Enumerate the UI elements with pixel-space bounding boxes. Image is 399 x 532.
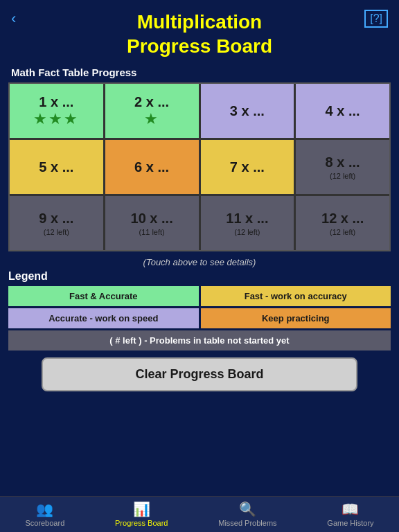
nav-label-progress-board: Progress Board	[115, 519, 168, 527]
legend-item-2: Accurate - work on speed	[8, 308, 199, 328]
nav-label-game-history: Game History	[327, 519, 373, 527]
legend-item-3: Keep practicing	[201, 308, 391, 328]
help-button[interactable]: [?]	[364, 10, 388, 28]
missed-problems-icon: 🔍	[239, 501, 256, 517]
grid-cell-2x...[interactable]: 2 x ...★	[105, 84, 199, 138]
grid-cell-8x...[interactable]: 8 x ...(12 left)	[296, 140, 389, 194]
clear-button-container: Clear Progress Board	[42, 357, 357, 391]
grid-cell-3x...[interactable]: 3 x ...	[201, 84, 294, 138]
back-button[interactable]: ‹	[11, 10, 16, 28]
grid-cell-6x...[interactable]: 6 x ...	[105, 140, 199, 194]
legend-grid: Fast & AccurateFast - work on accuracyAc…	[8, 286, 391, 328]
nav-item-missed-problems[interactable]: 🔍Missed Problems	[218, 501, 276, 527]
grid-cell-7x...[interactable]: 7 x ...	[201, 140, 294, 194]
fact-table-grid: 1 x ...★★★2 x ...★3 x ...4 x ...5 x ...6…	[8, 82, 391, 251]
nav-item-progress-board[interactable]: 📊Progress Board	[115, 501, 168, 527]
grid-cell-10x...[interactable]: 10 x ...(11 left)	[105, 196, 199, 250]
grid-cell-5x...[interactable]: 5 x ...	[10, 140, 103, 194]
grid-cell-4x...[interactable]: 4 x ...	[296, 84, 389, 138]
legend-item-1: Fast - work on accuracy	[201, 286, 391, 306]
game-history-icon: 📖	[342, 501, 359, 517]
clear-progress-button[interactable]: Clear Progress Board	[42, 357, 357, 391]
touch-hint: (Touch above to see details)	[0, 257, 399, 267]
section-label: Math Fact Table Progress	[11, 66, 388, 78]
nav-item-scoreboard[interactable]: 👥Scoreboard	[25, 501, 64, 527]
legend-title: Legend	[8, 270, 391, 283]
header: ‹ [?] Multiplication Progress Board	[0, 0, 399, 64]
grid-cell-12x...[interactable]: 12 x ...(12 left)	[296, 196, 389, 250]
scoreboard-icon: 👥	[36, 501, 53, 517]
legend-section: Legend Fast & AccurateFast - work on acc…	[8, 270, 391, 351]
legend-item-0: Fast & Accurate	[8, 286, 199, 306]
nav-label-scoreboard: Scoreboard	[25, 519, 64, 527]
page-title: Multiplication Progress Board	[7, 10, 392, 58]
bottom-nav: 👥Scoreboard📊Progress Board🔍Missed Proble…	[0, 496, 399, 532]
nav-item-game-history[interactable]: 📖Game History	[327, 501, 373, 527]
grid: 1 x ...★★★2 x ...★3 x ...4 x ...5 x ...6…	[10, 84, 389, 250]
grid-cell-9x...[interactable]: 9 x ...(12 left)	[10, 196, 103, 250]
progress-board-icon: 📊	[133, 501, 150, 517]
grid-cell-1x...[interactable]: 1 x ...★★★	[10, 84, 103, 138]
nav-label-missed-problems: Missed Problems	[218, 519, 276, 527]
grid-cell-11x...[interactable]: 11 x ...(12 left)	[201, 196, 294, 250]
legend-footer: ( # left ) - Problems in table not start…	[8, 330, 391, 351]
